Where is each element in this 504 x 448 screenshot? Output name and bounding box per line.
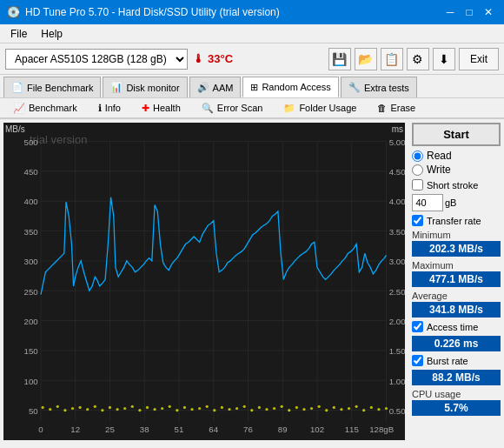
svg-point-68: [153, 408, 156, 411]
app-icon: 💽: [7, 6, 20, 18]
icon-btn-1[interactable]: 💾: [328, 48, 351, 70]
tab-disk-monitor[interactable]: 📊 Disk monitor: [103, 77, 187, 97]
svg-text:300: 300: [24, 257, 38, 266]
tab-file-benchmark[interactable]: 📄 File Benchmark: [3, 77, 101, 97]
short-stroke-label: Short stroke: [427, 180, 478, 191]
svg-text:2.50: 2.50: [389, 287, 405, 297]
svg-text:250: 250: [24, 287, 38, 297]
random-access-icon: ⊞: [250, 82, 258, 93]
svg-point-71: [176, 409, 178, 411]
title-bar-controls: ─ □ ✕: [441, 3, 497, 21]
access-time-checkbox[interactable]: [412, 321, 423, 332]
subtab-health[interactable]: ✚ Health: [132, 98, 190, 117]
svg-point-81: [250, 409, 253, 411]
sub-tabs: 📈 Benchmark ℹ Info ✚ Health 🔍 Error Scan…: [0, 98, 504, 119]
svg-text:89: 89: [278, 425, 288, 434]
svg-text:102: 102: [310, 425, 324, 434]
svg-point-94: [348, 407, 350, 410]
svg-point-84: [273, 407, 275, 410]
svg-point-76: [213, 409, 216, 411]
menu-bar: File Help: [0, 24, 504, 43]
toolbar-icons: 💾 📂 📋 ⚙ ⬇ Exit: [328, 48, 499, 70]
nav-tabs: 📄 File Benchmark 📊 Disk monitor 🔊 AAM ⊞ …: [0, 75, 504, 98]
svg-text:51: 51: [175, 425, 184, 434]
y-left-label: MB/s: [5, 124, 25, 134]
icon-btn-5[interactable]: ⬇: [433, 48, 455, 70]
subtab-benchmark[interactable]: 📈 Benchmark: [3, 98, 87, 117]
read-radio-label[interactable]: Read: [412, 150, 501, 162]
subtab-folder-usage[interactable]: 📁 Folder Usage: [274, 98, 366, 117]
chart-svg: 500 450 400 350 300 250 200 150 100 50 5…: [3, 123, 405, 440]
icon-btn-2[interactable]: 📂: [355, 48, 377, 70]
subtab-erase[interactable]: 🗑 Erase: [368, 98, 425, 117]
minimize-button[interactable]: ─: [441, 3, 459, 21]
icon-btn-4[interactable]: ⚙: [407, 48, 429, 70]
exit-button[interactable]: Exit: [459, 48, 499, 70]
close-button[interactable]: ✕: [480, 3, 497, 21]
short-stroke-row: Short stroke: [412, 179, 501, 191]
benchmark-icon: 📈: [13, 103, 25, 114]
burst-rate-checkbox[interactable]: [412, 355, 423, 366]
svg-point-97: [370, 406, 373, 409]
svg-text:100: 100: [24, 377, 38, 386]
svg-point-64: [123, 407, 126, 410]
svg-text:38: 38: [140, 425, 149, 434]
svg-text:200: 200: [24, 317, 38, 326]
svg-point-54: [49, 408, 51, 411]
stroke-size-spinbox[interactable]: [412, 194, 443, 211]
write-radio[interactable]: [412, 164, 423, 176]
subtab-info[interactable]: ℹ Info: [89, 98, 130, 117]
folder-usage-icon: 📁: [283, 103, 295, 114]
svg-point-58: [78, 406, 81, 409]
write-label: Write: [427, 164, 451, 176]
transfer-rate-checkbox[interactable]: [412, 215, 423, 226]
svg-text:3.00: 3.00: [389, 257, 405, 266]
spinbox-unit: gB: [445, 197, 456, 208]
transfer-rate-label: Transfer rate: [427, 216, 481, 226]
maximum-value: 477.1 MB/s: [412, 271, 501, 287]
svg-point-89: [310, 407, 313, 410]
cpu-label: CPU usage: [412, 389, 501, 399]
svg-point-59: [86, 408, 89, 411]
cpu-value: 5.7%: [412, 400, 501, 416]
svg-point-61: [101, 409, 103, 411]
tab-aam[interactable]: 🔊 AAM: [189, 77, 242, 97]
svg-text:1.50: 1.50: [389, 346, 405, 356]
menu-file[interactable]: File: [5, 26, 32, 42]
access-time-label: Access time: [427, 322, 478, 332]
svg-point-79: [235, 407, 238, 410]
average-group: Average 341.8 MB/s: [412, 291, 501, 318]
svg-text:4.50: 4.50: [389, 167, 405, 177]
read-radio[interactable]: [412, 150, 423, 162]
write-radio-label[interactable]: Write: [412, 164, 501, 176]
window-title: HD Tune Pro 5.70 - Hard Disk/SSD Utility…: [25, 6, 280, 18]
short-stroke-checkbox[interactable]: [412, 179, 423, 191]
tab-extra-tests[interactable]: 🔧 Extra tests: [341, 77, 417, 97]
svg-point-91: [325, 409, 328, 411]
start-button[interactable]: Start: [412, 123, 501, 146]
svg-point-80: [243, 405, 246, 408]
health-icon: ✚: [142, 103, 149, 114]
access-time-value: 0.226 ms: [412, 336, 501, 351]
svg-text:64: 64: [209, 425, 218, 434]
svg-point-63: [116, 408, 118, 411]
burst-rate-value: 88.2 MB/s: [412, 370, 501, 385]
svg-point-55: [56, 405, 59, 408]
subtab-error-scan[interactable]: 🔍 Error Scan: [192, 98, 273, 117]
svg-text:50: 50: [29, 406, 38, 416]
icon-btn-3[interactable]: 📋: [381, 48, 403, 70]
tab-random-access[interactable]: ⊞ Random Access: [242, 77, 338, 97]
maximize-button[interactable]: □: [461, 3, 478, 21]
svg-text:2.00: 2.00: [389, 317, 405, 326]
main-content: MB/s ms trial version: [0, 119, 504, 444]
title-bar: 💽 HD Tune Pro 5.70 - Hard Disk/SSD Utili…: [0, 0, 504, 24]
svg-text:25: 25: [105, 425, 115, 434]
disk-selector[interactable]: Apacer AS510S 128GB (128 gB): [5, 49, 188, 70]
toolbar: Apacer AS510S 128GB (128 gB) 🌡 33°C 💾 📂 …: [0, 43, 504, 75]
svg-point-67: [146, 406, 149, 409]
svg-text:400: 400: [24, 197, 38, 206]
title-bar-left: 💽 HD Tune Pro 5.70 - Hard Disk/SSD Utili…: [7, 6, 280, 18]
menu-help[interactable]: Help: [36, 26, 68, 42]
average-value: 341.8 MB/s: [412, 302, 501, 318]
minimum-group: Minimum 202.3 MB/s: [412, 230, 501, 257]
